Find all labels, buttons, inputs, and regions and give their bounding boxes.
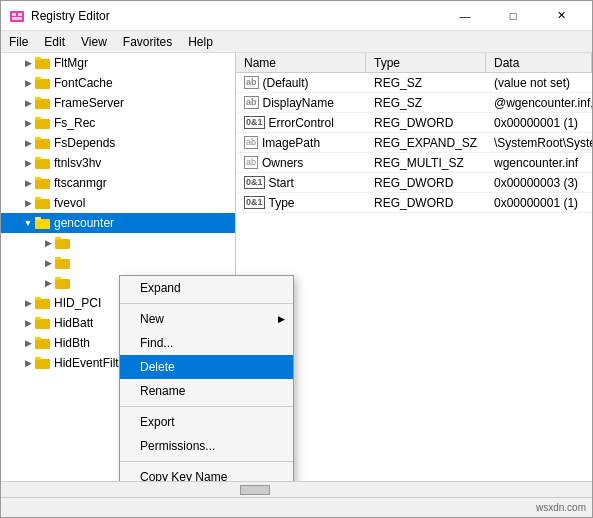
folder-icon <box>35 296 51 310</box>
svg-rect-24 <box>55 237 61 240</box>
minimize-button[interactable]: — <box>442 2 488 30</box>
tree-item-fvevol[interactable]: ▶ fvevol <box>1 193 235 213</box>
ctx-new[interactable]: New <box>120 307 293 331</box>
detail-row[interactable]: ab (Default) REG_SZ (value not set) <box>236 73 592 93</box>
tree-label: ftscanmgr <box>54 176 107 190</box>
detail-cell-name: 0&1 Start <box>236 176 366 190</box>
folder-icon <box>35 356 51 370</box>
tree-label: ftnlsv3hv <box>54 156 101 170</box>
registry-icon <box>9 8 25 24</box>
tree-label: HID_PCI <box>54 296 101 310</box>
svg-rect-11 <box>35 119 50 129</box>
ctx-rename[interactable]: Rename <box>120 379 293 403</box>
svg-rect-30 <box>35 297 41 300</box>
detail-cell-data: 0x00000001 (1) <box>486 196 592 210</box>
horizontal-scrollbar[interactable] <box>1 481 592 497</box>
tree-label: HidBth <box>54 336 90 350</box>
ctx-expand[interactable]: Expand <box>120 276 293 300</box>
window-title: Registry Editor <box>31 9 110 23</box>
tree-item-sub2[interactable]: ▶ <box>1 253 235 273</box>
tree-arrow: ▶ <box>41 256 55 270</box>
svg-rect-6 <box>35 57 41 60</box>
tree-label: FontCache <box>54 76 113 90</box>
tree-label: FrameServer <box>54 96 124 110</box>
svg-rect-27 <box>55 279 70 289</box>
detail-cell-name: ab (Default) <box>236 76 366 90</box>
tree-arrow: ▼ <box>21 216 35 230</box>
reg-type-icon: 0&1 <box>244 116 265 129</box>
menu-view[interactable]: View <box>73 33 115 51</box>
detail-cell-type: REG_DWORD <box>366 176 486 190</box>
tree-item-ftnlsv3hv[interactable]: ▶ ftnlsv3hv <box>1 153 235 173</box>
tree-arrow: ▶ <box>41 236 55 250</box>
folder-icon <box>35 156 51 170</box>
tree-arrow: ▶ <box>21 116 35 130</box>
folder-icon <box>55 256 71 270</box>
svg-rect-32 <box>35 317 41 320</box>
detail-row[interactable]: 0&1 Type REG_DWORD 0x00000001 (1) <box>236 193 592 213</box>
ctx-find[interactable]: Find... <box>120 331 293 355</box>
tree-item-fsrec[interactable]: ▶ Fs_Rec <box>1 113 235 133</box>
close-button[interactable]: ✕ <box>538 2 584 30</box>
context-menu: Expand New Find... Delete Rename Export … <box>119 275 294 481</box>
tree-item-ftscanmgr[interactable]: ▶ ftscanmgr <box>1 173 235 193</box>
menu-file[interactable]: File <box>1 33 36 51</box>
detail-row[interactable]: ab Owners REG_MULTI_SZ wgencounter.inf <box>236 153 592 173</box>
svg-rect-2 <box>18 13 22 16</box>
detail-cell-name: ab ImagePath <box>236 136 366 150</box>
menu-favorites[interactable]: Favorites <box>115 33 180 51</box>
tree-item-fltmgr[interactable]: ▶ FltMgr <box>1 53 235 73</box>
svg-rect-16 <box>35 157 41 160</box>
detail-row[interactable]: ab DisplayName REG_SZ @wgencounter.inf,9 <box>236 93 592 113</box>
reg-type-icon: ab <box>244 156 258 169</box>
ctx-permissions[interactable]: Permissions... <box>120 434 293 458</box>
tree-arrow: ▶ <box>21 156 35 170</box>
detail-cell-type: REG_EXPAND_SZ <box>366 136 486 150</box>
tree-arrow: ▶ <box>21 356 35 370</box>
folder-icon <box>35 76 51 90</box>
detail-cell-name: 0&1 Type <box>236 196 366 210</box>
tree-item-gencounter[interactable]: ▼ gencounter <box>1 213 235 233</box>
maximize-button[interactable]: □ <box>490 2 536 30</box>
main-content: ▶ FltMgr ▶ FontCache ▶ FrameServer <box>1 53 592 481</box>
detail-header: Name Type Data <box>236 53 592 73</box>
svg-rect-15 <box>35 159 50 169</box>
detail-cell-name: 0&1 ErrorControl <box>236 116 366 130</box>
detail-cell-data: (value not set) <box>486 76 592 90</box>
ctx-copy-key-name[interactable]: Copy Key Name <box>120 465 293 481</box>
ctx-delete[interactable]: Delete <box>120 355 293 379</box>
svg-rect-28 <box>55 277 61 280</box>
detail-row[interactable]: ab ImagePath REG_EXPAND_SZ \SystemRoot\S… <box>236 133 592 153</box>
title-bar: Registry Editor — □ ✕ <box>1 1 592 31</box>
tree-arrow: ▶ <box>21 316 35 330</box>
tree-item-sub1[interactable]: ▶ <box>1 233 235 253</box>
menu-edit[interactable]: Edit <box>36 33 73 51</box>
tree-item-frameserver[interactable]: ▶ FrameServer <box>1 93 235 113</box>
svg-rect-23 <box>55 239 70 249</box>
detail-cell-type: REG_SZ <box>366 96 486 110</box>
folder-icon <box>35 136 51 150</box>
ctx-export[interactable]: Export <box>120 410 293 434</box>
detail-cell-name: ab Owners <box>236 156 366 170</box>
svg-rect-22 <box>35 217 41 220</box>
menu-help[interactable]: Help <box>180 33 221 51</box>
col-header-type: Type <box>366 53 486 72</box>
detail-row[interactable]: 0&1 Start REG_DWORD 0x00000003 (3) <box>236 173 592 193</box>
svg-rect-33 <box>35 339 50 349</box>
status-bar: wsxdn.com <box>1 497 592 517</box>
detail-row[interactable]: 0&1 ErrorControl REG_DWORD 0x00000001 (1… <box>236 113 592 133</box>
svg-rect-26 <box>55 257 61 260</box>
status-text: wsxdn.com <box>536 502 586 513</box>
detail-cell-data: 0x00000001 (1) <box>486 116 592 130</box>
reg-type-icon: 0&1 <box>244 176 265 189</box>
tree-item-fontcache[interactable]: ▶ FontCache <box>1 73 235 93</box>
col-header-name: Name <box>236 53 366 72</box>
title-bar-left: Registry Editor <box>9 8 110 24</box>
tree-item-fsdepends[interactable]: ▶ FsDepends <box>1 133 235 153</box>
svg-rect-7 <box>35 79 50 89</box>
svg-rect-25 <box>55 259 70 269</box>
svg-rect-13 <box>35 139 50 149</box>
tree-label: gencounter <box>54 216 114 230</box>
tree-arrow: ▶ <box>21 296 35 310</box>
svg-rect-17 <box>35 179 50 189</box>
